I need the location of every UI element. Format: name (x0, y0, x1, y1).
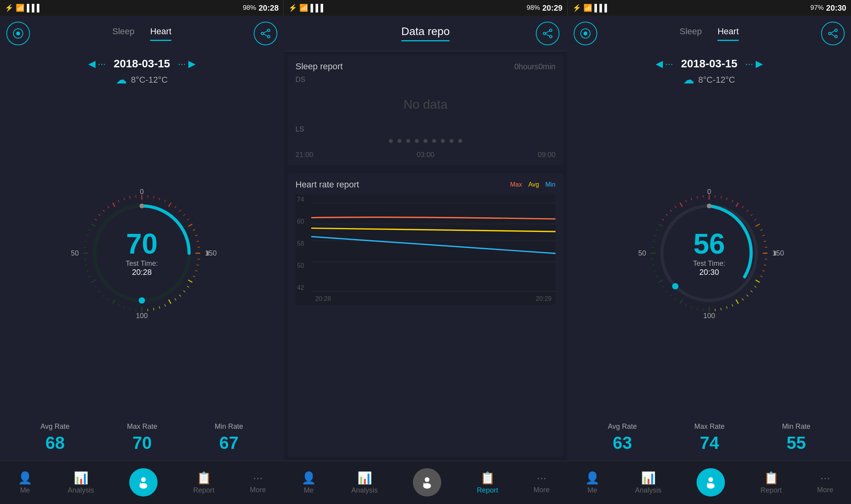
left-logo-button[interactable] (6, 22, 30, 45)
svg-line-115 (675, 298, 676, 300)
svg-line-42 (175, 298, 176, 300)
timeline-dot-2 (398, 139, 401, 143)
left-bottom-nav: 👤 Me 📊 Analysis 📋 Report (0, 461, 284, 504)
sleep-ls-label: LS (295, 125, 556, 133)
svg-line-25 (89, 276, 91, 277)
svg-point-2 (268, 29, 270, 32)
svg-line-126 (736, 300, 738, 304)
middle-nav-analysis[interactable]: 📊 Analysis (351, 471, 378, 495)
svg-line-150 (715, 195, 715, 198)
svg-line-146 (736, 203, 738, 207)
svg-line-22 (84, 259, 86, 259)
y-label-42: 42 (297, 284, 310, 291)
sleep-section-header: Sleep report 0hours0min (295, 61, 556, 72)
left-nav-more[interactable]: ··· More (250, 471, 266, 494)
left-status-icons: ⚡ 📶 ▌▌▌ (5, 4, 42, 12)
svg-line-49 (197, 265, 199, 265)
left-sleep-tab[interactable]: Sleep (112, 26, 134, 41)
right-status-right: 97% 20:30 (810, 4, 846, 13)
left-tabs: Sleep Heart (30, 26, 254, 41)
left-center-icon (129, 468, 158, 497)
left-min-label: Min Rate (215, 422, 243, 431)
svg-line-110 (656, 276, 658, 277)
svg-line-130 (754, 286, 756, 287)
right-nav-center[interactable] (697, 468, 725, 497)
svg-line-28 (98, 291, 100, 292)
left-gauge-container: 0 50 150 100 70 Test Time: 20:28 (0, 90, 284, 416)
left-share-button[interactable] (254, 22, 277, 45)
svg-line-90 (831, 31, 835, 33)
timeline-dot-5 (424, 139, 427, 143)
right-sleep-tab[interactable]: Sleep (680, 26, 702, 41)
svg-point-73 (550, 29, 552, 32)
svg-line-94 (691, 198, 692, 200)
left-nav-report[interactable]: 📋 Report (193, 471, 214, 495)
middle-me-icon: 👤 (301, 471, 316, 485)
svg-line-135 (765, 259, 767, 259)
svg-line-98 (670, 210, 672, 211)
svg-line-117 (686, 304, 686, 306)
right-nav-analysis[interactable]: 📊 Analysis (635, 471, 661, 495)
svg-line-107 (651, 259, 654, 259)
svg-line-95 (686, 200, 686, 202)
y-label-50: 50 (297, 262, 310, 269)
left-gauge-time: 20:28 (126, 268, 158, 277)
chart-area: 74 60 58 50 42 (295, 195, 556, 305)
right-date: 2018-03-15 (681, 57, 737, 70)
middle-analysis-icon: 📊 (357, 471, 372, 485)
left-prev-button[interactable]: ◀ ··· (88, 58, 106, 69)
svg-line-27 (95, 286, 97, 287)
right-analysis-label: Analysis (635, 486, 661, 495)
right-next-button[interactable]: ··· ▶ (745, 58, 763, 69)
svg-line-6 (264, 34, 268, 36)
svg-line-19 (85, 241, 87, 241)
legend-max: Max (510, 181, 522, 188)
right-analysis-icon: 📊 (641, 471, 656, 485)
svg-point-1 (16, 32, 20, 35)
right-nav-more[interactable]: ··· More (817, 471, 833, 494)
chart-y-labels: 74 60 58 50 42 (295, 195, 311, 293)
svg-line-32 (118, 304, 119, 306)
svg-line-93 (697, 196, 697, 198)
middle-share-button[interactable] (536, 22, 559, 45)
svg-line-47 (193, 276, 195, 277)
left-nav-center[interactable] (129, 468, 158, 497)
right-logo-button[interactable] (574, 22, 597, 45)
svg-line-35 (136, 309, 136, 311)
svg-line-38 (154, 308, 154, 310)
left-heart-tab[interactable]: Heart (150, 26, 171, 41)
svg-line-141 (756, 224, 760, 226)
svg-line-124 (727, 306, 727, 309)
middle-nav-more[interactable]: ··· More (533, 471, 550, 494)
right-heart-tab[interactable]: Heart (717, 26, 739, 41)
middle-nav-me[interactable]: 👤 Me (301, 471, 316, 495)
svg-line-16 (91, 224, 95, 226)
right-gauge-value: 56 (693, 230, 725, 258)
svg-line-103 (654, 235, 656, 236)
svg-line-23 (85, 265, 87, 265)
timeline-dot-6 (432, 139, 436, 143)
left-nav-me[interactable]: 👤 Me (18, 471, 32, 495)
right-nav-me[interactable]: 👤 Me (585, 471, 600, 495)
left-tick-top: 0 (140, 188, 144, 196)
right-prev-button[interactable]: ◀ ··· (656, 58, 673, 69)
sleep-ds-label: DS (295, 76, 556, 84)
svg-point-75 (550, 35, 552, 38)
left-tick-bottom: 100 (136, 312, 148, 320)
middle-nav-report[interactable]: 📋 Report (477, 471, 498, 495)
right-share-button[interactable] (821, 22, 845, 45)
right-nav-report[interactable]: 📋 Report (760, 471, 782, 495)
legend-min: Min (545, 181, 556, 188)
left-avg-stat: Avg Rate 68 (41, 422, 70, 453)
timeline-dot-3 (406, 139, 410, 143)
middle-nav-center[interactable] (413, 468, 441, 497)
svg-line-128 (747, 295, 748, 296)
left-avg-value: 68 (41, 433, 70, 453)
left-next-button[interactable]: ··· ▶ (178, 58, 196, 69)
svg-line-133 (762, 271, 765, 271)
timeline-time-3: 09:00 (538, 151, 556, 159)
left-nav-analysis[interactable]: 📊 Analysis (68, 471, 94, 495)
m-signal-icon: ▌▌▌ (310, 4, 325, 12)
svg-line-143 (751, 214, 753, 216)
legend-avg: Avg (528, 181, 539, 188)
